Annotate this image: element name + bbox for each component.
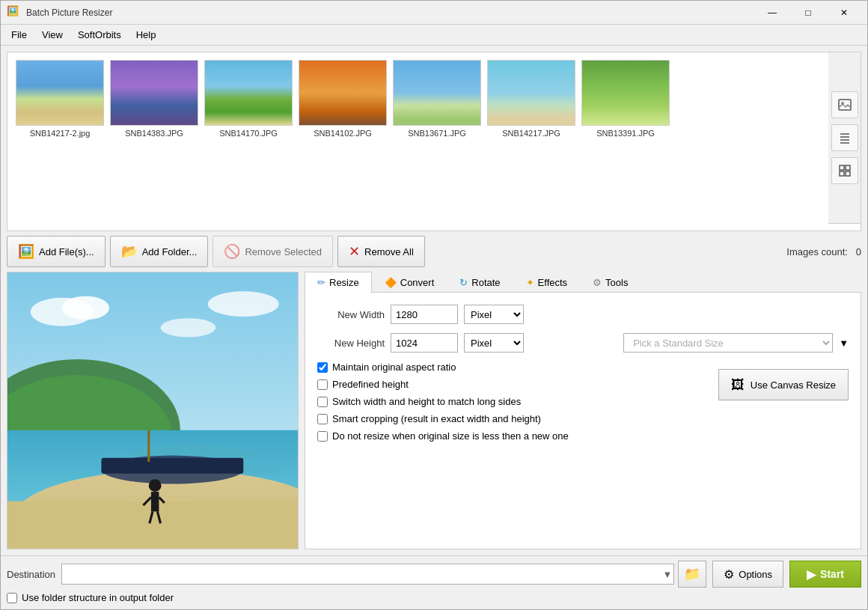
tab-resize[interactable]: ✏ Resize <box>305 272 372 293</box>
maximize-button[interactable]: □ <box>791 1 825 25</box>
app-title: Batch Picture Resizer <box>26 7 755 18</box>
thumbnail-image <box>16 60 104 126</box>
image-icon <box>837 97 852 112</box>
tools-icon: ⚙ <box>593 277 602 288</box>
svg-point-25 <box>149 479 162 492</box>
canvas-resize-section: 🖼 Use Canvas Resize <box>718 362 849 448</box>
svg-point-12 <box>62 296 109 320</box>
destination-bar: Destination ▼ 📁 ⚙ Options ▶ Start <box>1 555 867 591</box>
svg-point-14 <box>208 291 279 317</box>
checkboxes-panel: Maintain original aspect ratio Predefine… <box>317 362 703 448</box>
add-folder-label: Add Folder... <box>142 246 198 257</box>
rotate-icon: ↻ <box>459 277 468 288</box>
list-item[interactable]: SNB14170.JPG <box>204 60 293 138</box>
canvas-resize-button[interactable]: 🖼 Use Canvas Resize <box>718 369 849 400</box>
thumbnail-label: SNB14217-2.jpg <box>30 129 91 138</box>
smart-crop-label: Smart cropping (result in exact width an… <box>332 413 541 424</box>
remove-all-button[interactable]: ✕ Remove All <box>337 236 425 267</box>
browse-folder-button[interactable]: 📁 <box>678 561 706 588</box>
thumbnail-label: SNB13391.JPG <box>596 129 655 138</box>
tab-effects[interactable]: ✦ Effects <box>513 272 581 293</box>
convert-icon: 🔶 <box>385 277 397 288</box>
predefined-height-checkbox[interactable] <box>317 379 328 390</box>
list-item[interactable]: SNB13671.JPG <box>392 60 482 138</box>
menubar: File View SoftOrbits Help <box>1 25 867 46</box>
no-resize-label: Do not resize when original size is less… <box>332 430 569 442</box>
destination-input[interactable] <box>61 564 674 585</box>
tab-bar: ✏ Resize 🔶 Convert ↻ Rotate ✦ Effects ⚙ <box>305 272 861 293</box>
tab-rotate[interactable]: ↻ Rotate <box>447 272 513 293</box>
aspect-ratio-row: Maintain original aspect ratio <box>317 362 703 373</box>
add-files-icon: 🖼️ <box>18 243 34 260</box>
thumbnail-label: SNB14217.JPG <box>502 129 560 138</box>
options-button[interactable]: ⚙ Options <box>712 561 783 588</box>
view-list-button[interactable] <box>831 124 858 151</box>
add-files-label: Add File(s)... <box>39 246 94 257</box>
menu-help[interactable]: Help <box>129 26 164 43</box>
start-button[interactable]: ▶ Start <box>789 561 861 588</box>
no-resize-checkbox[interactable] <box>317 431 328 442</box>
remove-selected-button[interactable]: 🚫 Remove Selected <box>213 236 333 267</box>
view-image-button[interactable] <box>831 91 858 118</box>
menu-softorbits[interactable]: SoftOrbits <box>70 26 129 43</box>
add-files-button[interactable]: 🖼️ Add File(s)... <box>7 236 106 267</box>
list-item[interactable]: SNB14217.JPG <box>486 60 576 138</box>
titlebar: 🖼️ Batch Picture Resizer — □ ✕ <box>1 1 867 25</box>
side-icon-bar <box>828 52 861 224</box>
thumbnail-strip[interactable]: SNB14217-2.jpg SNB14383.JPG SNB14170.JPG… <box>7 52 861 231</box>
effects-icon: ✦ <box>526 277 534 288</box>
predefined-height-row: Predefined height <box>317 379 703 390</box>
tab-convert[interactable]: 🔶 Convert <box>372 272 447 293</box>
standard-size-select[interactable]: Pick a Standard Size 800×600 1024×768 12… <box>623 333 833 353</box>
width-input[interactable] <box>391 305 458 324</box>
maintain-aspect-label: Maintain original aspect ratio <box>332 362 456 373</box>
app-icon: 🖼️ <box>7 5 22 20</box>
options-gear-icon: ⚙ <box>724 567 734 582</box>
list-item[interactable]: SNB14383.JPG <box>109 60 199 138</box>
svg-rect-8 <box>840 171 844 176</box>
svg-point-13 <box>161 318 216 337</box>
height-row: New Height Pixel Percent Inch cm Pick a … <box>317 333 849 353</box>
minimize-button[interactable]: — <box>755 1 789 25</box>
switch-sides-label: Switch width and height to match long si… <box>332 396 521 407</box>
content-area: ✏ Resize 🔶 Convert ↻ Rotate ✦ Effects ⚙ <box>1 272 867 555</box>
right-panel: ✏ Resize 🔶 Convert ↻ Rotate ✦ Effects ⚙ <box>305 272 861 549</box>
height-input[interactable] <box>391 333 458 353</box>
thumbnail-image <box>299 60 387 126</box>
height-unit-select[interactable]: Pixel Percent Inch cm <box>464 333 524 353</box>
svg-rect-9 <box>846 171 850 176</box>
titlebar-controls: — □ ✕ <box>755 1 861 25</box>
thumbnail-image <box>487 60 575 126</box>
remove-all-icon: ✕ <box>349 243 360 260</box>
list-item[interactable]: SNB13391.JPG <box>581 60 670 138</box>
svg-rect-23 <box>101 458 243 474</box>
folder-structure-label: Use folder structure in output folder <box>22 592 174 603</box>
thumbnail-image <box>393 60 481 126</box>
add-folder-button[interactable]: 📂 Add Folder... <box>110 236 209 267</box>
menu-file[interactable]: File <box>4 26 34 43</box>
svg-rect-0 <box>839 100 851 110</box>
new-height-label: New Height <box>317 338 385 349</box>
smart-crop-checkbox[interactable] <box>317 414 328 424</box>
list-item[interactable]: SNB14217-2.jpg <box>15 60 105 138</box>
thumbnail-area: SNB14217-2.jpg SNB14383.JPG SNB14170.JPG… <box>7 52 861 231</box>
maintain-aspect-checkbox[interactable] <box>317 362 328 373</box>
thumbnail-label: SNB14170.JPG <box>219 129 278 138</box>
thumbnail-image <box>581 60 670 126</box>
menu-view[interactable]: View <box>34 26 70 43</box>
tab-tools[interactable]: ⚙ Tools <box>580 272 641 293</box>
switch-sides-checkbox[interactable] <box>317 397 328 407</box>
grid-icon <box>837 163 852 178</box>
folder-structure-checkbox[interactable] <box>7 593 17 603</box>
start-arrow-icon: ▶ <box>807 567 816 582</box>
list-item[interactable]: SNB14102.JPG <box>298 60 388 138</box>
width-unit-select[interactable]: Pixel Percent Inch cm <box>464 305 524 324</box>
view-grid-button[interactable] <box>831 157 858 184</box>
remove-all-label: Remove All <box>364 246 414 257</box>
width-row: New Width Pixel Percent Inch cm <box>317 305 849 324</box>
thumbnail-image <box>110 60 198 126</box>
canvas-resize-icon: 🖼 <box>731 377 745 393</box>
svg-rect-6 <box>840 165 844 170</box>
new-width-label: New Width <box>317 309 385 320</box>
close-button[interactable]: ✕ <box>827 1 861 25</box>
